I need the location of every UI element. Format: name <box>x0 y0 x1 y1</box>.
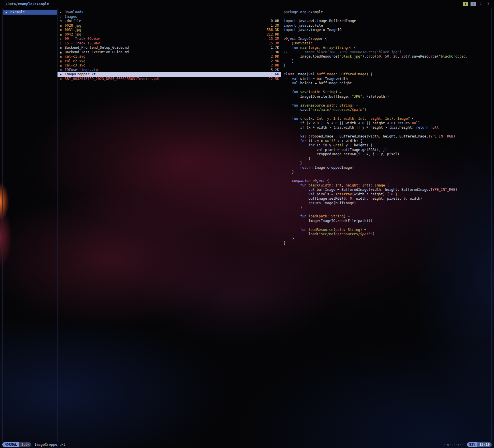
file-row[interactable]: ▤IDEAsettings.zip5.2K <box>58 68 281 72</box>
code-line: val pixel = buffImage.getRGB(i, j) <box>284 148 491 152</box>
file-size: 1.6K <box>271 72 279 77</box>
file-name: cal-c1.svg <box>65 54 268 59</box>
top-bar: ~/Data/example/example 1123 <box>0 0 494 8</box>
file-name: SBI_0032013739_2023_DE05_0003155631Invoi… <box>65 77 266 81</box>
file-list[interactable]: ▰Downloads▰Images□.dotfile0.0B▦0028.jpg1… <box>58 8 281 442</box>
file-size: 1.3M <box>271 23 279 28</box>
file-size: 5.2K <box>271 68 279 72</box>
code-line: val croppedImage = BufferedImage(width, … <box>284 134 491 139</box>
file-row[interactable]: ▦0031.jpg586.3K <box>58 28 281 32</box>
file-size: 2.9K <box>271 54 279 59</box>
markdown-icon: ▣ <box>60 50 65 55</box>
file-size: 2.9K <box>271 63 279 68</box>
code-line: package org.example <box>284 10 491 15</box>
file-row[interactable]: ▰Images <box>58 15 281 19</box>
file-row[interactable]: ▣Backend_Frontend_Setup_Guide.md1.7K <box>58 46 281 50</box>
code-line: for (i in x until x + width) { <box>284 139 491 144</box>
image-icon: ▦ <box>60 23 65 28</box>
code-line <box>284 15 491 19</box>
status-filename: ImageCropper.kt <box>34 443 65 447</box>
cursor-position-badge: 15/16 <box>477 442 492 447</box>
code-line: class Image(val buffImage: BufferedImage… <box>284 72 491 77</box>
parent-pane[interactable]: ▰ example <box>3 8 58 442</box>
file-name: Downloads <box>65 10 277 15</box>
file-name: 0031.jpg <box>65 28 264 32</box>
file-row[interactable]: ▣Backend_Test_Execution_Guide.md1.3K <box>58 50 281 55</box>
code-line: ImageIO.write(buffImage, "JPG", File(pat… <box>284 95 491 99</box>
code-line: fun crop(x: Int, y: Int, width: Int, hei… <box>284 117 491 121</box>
code-line: fun loadResource(path: String) = <box>284 228 491 232</box>
file-name: Backend_Test_Execution_Guide.md <box>65 50 268 55</box>
file-size: 1.7K <box>271 46 279 50</box>
file-permissions: -rw-r--r-- <box>443 443 464 447</box>
image-icon: ▦ <box>60 28 65 32</box>
code-line: } <box>284 237 491 241</box>
folder-icon: ▰ <box>60 15 65 19</box>
parent-item-example[interactable]: ▰ example <box>3 10 57 15</box>
code-icon: ◆ <box>60 72 65 77</box>
code-line: } <box>284 205 491 210</box>
file-row[interactable]: ▥SBI_0032013739_2023_DE05_0003155631Invo… <box>58 77 281 81</box>
code-preview[interactable]: package org.example import java.awt.imag… <box>281 8 491 442</box>
code-line: Image(ImageIO.read(File(path))) <box>284 219 491 223</box>
code-line <box>284 86 491 90</box>
code-line: import java.io.File <box>284 23 491 28</box>
file-row[interactable]: ▰Downloads <box>58 10 281 15</box>
code-line: fun main(args: Array<String>) { <box>284 46 491 50</box>
file-name: Backend_Frontend_Setup_Guide.md <box>65 46 268 50</box>
file-name: cal-c3.svg <box>65 63 268 68</box>
file-name: cal-c2.svg <box>65 59 268 64</box>
file-name: 0028.jpg <box>65 23 268 28</box>
code-line <box>284 99 491 103</box>
file-size: 586.3K <box>267 28 279 32</box>
mode-badge: NORMAL <box>2 442 19 447</box>
tab-3[interactable]: 2 <box>478 2 483 6</box>
file-name: 09 - Track 09.wav <box>65 37 266 41</box>
image-icon: ▦ <box>60 59 65 64</box>
audio-icon: ♪ <box>60 41 65 46</box>
file-row[interactable]: ♪15 - Track 15.wav15.3M <box>58 41 281 46</box>
file-name: ImageCropper.kt <box>65 72 268 77</box>
image-icon: ▦ <box>60 32 65 37</box>
code-line: fun black(width: Int, height: Int): Imag… <box>284 183 491 188</box>
tab-1[interactable]: 1 <box>463 2 468 6</box>
code-line: if (x + width > this.width || y + height… <box>284 125 491 130</box>
folder-icon: ▰ <box>60 10 65 15</box>
code-line <box>284 68 491 72</box>
file-row[interactable]: ▦cal-c2.svg2.9K <box>58 59 281 64</box>
file-icon: □ <box>60 19 65 23</box>
file-row[interactable]: ▦cal-c3.svg2.9K <box>58 63 281 68</box>
breadcrumb-path: ~/Data/example/example <box>3 2 49 6</box>
file-row[interactable]: □.dotfile0.0B <box>58 19 281 23</box>
code-line: // Image.black(100, 100).saveResource("b… <box>284 50 491 55</box>
code-line: } <box>284 59 491 64</box>
file-name: Images <box>65 15 277 19</box>
code-line: if (x < 0 || y < 0 || width < 0 || heigh… <box>284 121 491 126</box>
code-line <box>284 174 491 179</box>
image-icon: ▦ <box>60 63 65 68</box>
code-line: croppedImage.setRGB(i - x, j - y, pixel) <box>284 152 491 157</box>
code-line: Image.loadResource("black.jpg").crop(50,… <box>284 54 491 59</box>
code-line: } <box>284 241 491 245</box>
parent-item-label: example <box>10 10 55 15</box>
file-row[interactable]: ▦cal-c1.svg2.9K <box>58 54 281 59</box>
file-row[interactable]: ◆ImageCropper.kt1.6K <box>58 72 281 77</box>
tab-2[interactable]: 1 <box>471 2 475 6</box>
folder-icon: ▰ <box>5 10 10 15</box>
code-line: companion object { <box>284 179 491 183</box>
file-size: 12.5K <box>269 77 279 81</box>
tab-4[interactable]: 3 <box>486 2 491 6</box>
code-line <box>284 112 491 117</box>
file-row[interactable]: ▦0042.jpg212.9K <box>58 32 281 37</box>
code-line <box>284 223 491 228</box>
image-icon: ▦ <box>60 54 65 59</box>
code-line: fun load(path: String) = <box>284 214 491 219</box>
file-row[interactable]: ♪09 - Track 09.wav15.3M <box>58 37 281 41</box>
code-line: buffImage.setRGB(0, 0, width, height, pi… <box>284 197 491 201</box>
code-line <box>284 210 491 215</box>
scroll-percent-badge: 93% <box>467 442 477 447</box>
file-row[interactable]: ▦0028.jpg1.3M <box>58 23 281 28</box>
file-size: 212.9K <box>267 32 279 37</box>
file-name: IDEAsettings.zip <box>65 68 268 72</box>
file-name: 15 - Track 15.wav <box>65 41 266 46</box>
